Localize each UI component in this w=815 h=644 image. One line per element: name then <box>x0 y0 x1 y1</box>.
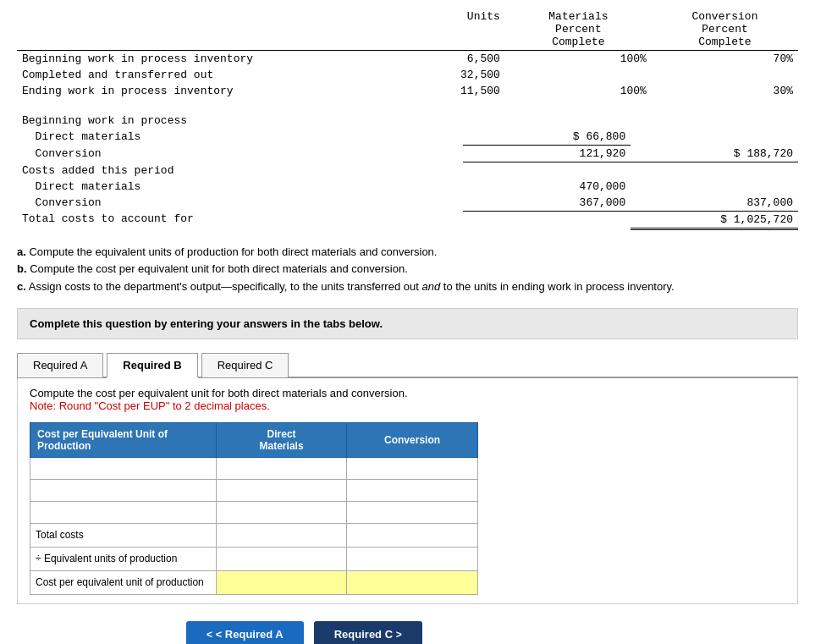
tab-required-c[interactable]: Required C <box>201 353 289 378</box>
answer-row-sep <box>30 501 478 523</box>
sep-conv-cell <box>347 501 478 523</box>
row1-conv-cell[interactable] <box>347 457 478 479</box>
conv-pct: 30% <box>652 83 798 99</box>
cost-per-eup-label: Cost per equivalent unit of production <box>30 570 217 594</box>
instruction-a-text: Compute the equivalent units of producti… <box>29 245 437 258</box>
eup-conv-cell[interactable] <box>347 547 478 570</box>
cost-per-eup-dm-input[interactable] <box>217 571 346 594</box>
total-costs-row: Total costs to account for $ 1,025,720 <box>17 211 798 228</box>
instruction-c-label: c. <box>17 280 26 293</box>
answer-row-2 <box>30 479 478 501</box>
answer-row-eup: ÷ Equivalent units of production <box>30 547 478 570</box>
row2-dm-cell[interactable] <box>217 479 347 501</box>
answer-row-cost-per-eup: Cost per equivalent unit of production <box>30 570 478 594</box>
units-val: 11,500 <box>408 83 505 99</box>
conv-pct: 70% <box>652 51 798 68</box>
complete-box-text: Complete this question by entering your … <box>30 317 383 330</box>
cost-section-header: Beginning work in process <box>17 113 798 129</box>
complete-box: Complete this question by entering your … <box>17 308 798 339</box>
row-label: Ending work in process inventory <box>17 83 408 99</box>
mat-pct: 100% <box>505 51 652 68</box>
answer-row-total: Total costs <box>30 523 478 547</box>
cost-row-conv: Conversion 121,920 $ 188,720 <box>17 146 798 162</box>
tabs-container: Required A Required B Required C <box>17 351 798 378</box>
answer-row-1 <box>30 457 478 479</box>
row-label: Completed and transferred out <box>17 67 408 83</box>
tab-instruction: Compute the cost per equivalent unit for… <box>30 387 785 399</box>
total-label: Total costs <box>30 523 217 547</box>
tab-required-b[interactable]: Required B <box>107 353 197 378</box>
cost-per-eup-conv-cell[interactable] <box>347 570 478 594</box>
row1-dm-cell[interactable] <box>217 457 347 479</box>
instruction-b-text: Compute the cost per equivalent unit for… <box>30 262 408 275</box>
eup-label: ÷ Equivalent units of production <box>30 547 217 570</box>
total-dm-cell[interactable] <box>217 523 347 547</box>
mat-pct: 100% <box>505 83 652 99</box>
tab-note: Note: Round "Cost per EUP" to 2 decimal … <box>30 399 785 412</box>
tab-required-a-label: Required A <box>33 359 87 372</box>
answer-table-col1-header: DirectMaterials <box>217 422 347 457</box>
units-header: Units <box>408 8 505 51</box>
cost-section-added: Costs added this period <box>17 162 798 179</box>
row1-label <box>30 457 217 479</box>
tab-required-c-label: Required C <box>218 359 273 372</box>
eup-dm-input[interactable] <box>217 548 346 570</box>
row1-conv-input[interactable] <box>347 458 477 479</box>
answer-table: Cost per Equivalent Unit of Production D… <box>30 422 478 595</box>
instruction-a-label: a. <box>17 245 26 258</box>
prev-chevron-icon: < <box>207 629 212 641</box>
next-button[interactable]: Required C > <box>314 621 422 644</box>
cost-row-dm: Direct materials $ 66,800 <box>17 129 798 146</box>
materials-header: MaterialsPercentComplete <box>505 8 652 51</box>
nav-buttons: < < Required A Required C > <box>17 621 798 644</box>
cost-table: Beginning work in process Direct materia… <box>17 113 798 230</box>
instruction-b-label: b. <box>17 262 27 275</box>
instructions: a. Compute the equivalent units of produ… <box>17 244 798 296</box>
prev-button-label: < Required A <box>216 628 284 641</box>
tab-required-b-label: Required B <box>123 359 181 372</box>
cost-added-conv: Conversion 367,000 837,000 <box>17 195 798 212</box>
instruction-c-text: Assign costs to the department's output—… <box>29 280 675 293</box>
row-label: Beginning work in process inventory <box>17 51 408 68</box>
prev-button[interactable]: < < Required A <box>186 621 304 644</box>
top-data-table: Units MaterialsPercentComplete Conversio… <box>17 8 798 99</box>
units-val: 32,500 <box>408 67 505 83</box>
answer-table-col2-header: Conversion <box>347 422 478 457</box>
tab-content: Compute the cost per equivalent unit for… <box>17 378 798 604</box>
cost-per-eup-dm-cell[interactable] <box>217 570 347 594</box>
table-row: Ending work in process inventory 11,500 … <box>17 83 798 99</box>
total-conv-input[interactable] <box>347 524 477 547</box>
answer-table-col0-header: Cost per Equivalent Unit of Production <box>30 422 217 457</box>
units-val: 6,500 <box>408 51 505 68</box>
next-button-label: Required C <box>334 628 393 641</box>
table-row: Beginning work in process inventory 6,50… <box>17 51 798 68</box>
row2-conv-input[interactable] <box>347 480 477 501</box>
cost-per-eup-conv-input[interactable] <box>347 571 477 594</box>
sep-dm-cell <box>217 501 347 523</box>
total-conv-cell[interactable] <box>347 523 478 547</box>
next-chevron-icon: > <box>396 629 402 641</box>
total-dm-input[interactable] <box>217 524 346 547</box>
row2-conv-cell[interactable] <box>347 479 478 501</box>
cost-added-dm: Direct materials 470,000 <box>17 179 798 195</box>
row2-dm-input[interactable] <box>217 480 346 501</box>
row1-dm-input[interactable] <box>217 458 346 479</box>
eup-dm-cell[interactable] <box>217 547 347 570</box>
conversion-header: ConversionPercentComplete <box>652 8 798 51</box>
sep-label <box>30 501 217 523</box>
table-row: Completed and transferred out 32,500 <box>17 67 798 83</box>
tab-required-a[interactable]: Required A <box>17 353 103 378</box>
row2-label <box>30 479 217 501</box>
eup-conv-input[interactable] <box>347 548 477 570</box>
